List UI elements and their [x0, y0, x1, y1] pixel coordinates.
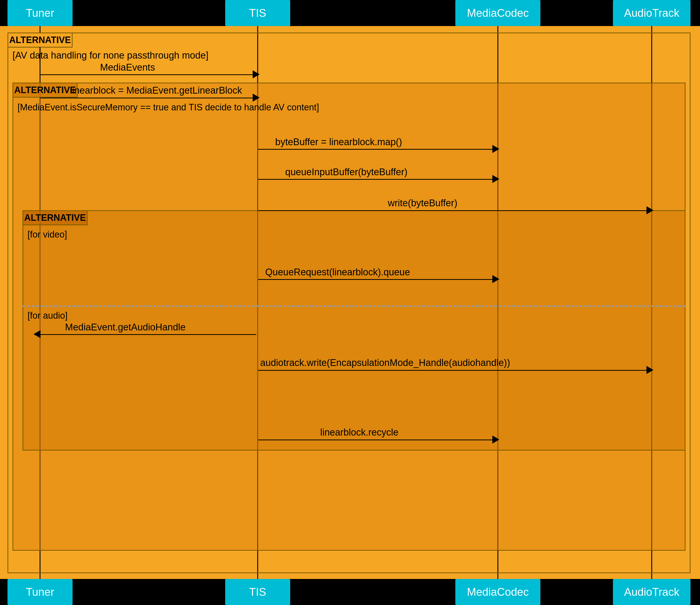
actor-audiotrack-bottom: AudioTrack — [613, 579, 691, 605]
label-recycle: linearblock.recycle — [320, 427, 399, 438]
alt2-label: ALTERNATIVE — [14, 85, 76, 95]
bottom-bar — [0, 579, 700, 605]
arrow-queue-req-head — [492, 275, 499, 283]
alt3-condition-video: [for video] — [27, 229, 67, 240]
arrow-write-head — [647, 206, 653, 214]
actor-tuner-top: Tuner — [7, 0, 73, 26]
alt2-condition: [MediaEvent.isSecureMemory == true and T… — [18, 102, 319, 113]
actor-tuner-bottom: Tuner — [7, 579, 73, 605]
alt3-label-box: ALTERNATIVE — [23, 210, 88, 225]
arrow-audiotrack-write-head — [647, 366, 653, 374]
label-linearblock: linearblock = MediaEvent.getLinearBlock — [70, 85, 242, 96]
diagram-area: Tuner TIS MediaCodec AudioTrack Tuner TI… — [0, 0, 700, 605]
arrow-media-events-line — [41, 74, 256, 75]
alt3-label: ALTERNATIVE — [24, 213, 86, 223]
actor-audiotrack-top: AudioTrack — [613, 0, 691, 26]
alt3-condition-audio: [for audio] — [27, 310, 68, 321]
top-bar — [0, 0, 700, 26]
actor-tis-top: TIS — [225, 0, 290, 26]
actor-tis-bottom: TIS — [225, 579, 290, 605]
actor-mediacodec-bottom: MediaCodec — [455, 579, 541, 605]
arrow-linearblock-head — [253, 94, 260, 102]
arrow-recycle-line — [258, 439, 496, 440]
alt1-condition: [AV data handling for none passthrough m… — [12, 50, 208, 61]
arrow-audiotrack-write-line — [258, 370, 650, 371]
label-bytebuffer: byteBuffer = linearblock.map() — [275, 137, 402, 147]
arrow-queue-req-line — [258, 279, 496, 280]
label-audio-handle: MediaEvent.getAudioHandle — [65, 322, 185, 333]
alt1-label: ALTERNATIVE — [9, 35, 71, 45]
arrow-linearblock-line — [41, 98, 256, 98]
label-media-events: MediaEvents — [100, 62, 155, 73]
arrow-audio-handle-head — [33, 330, 41, 338]
arrow-bytebuffer-head — [492, 145, 499, 153]
alt1-label-box: ALTERNATIVE — [7, 32, 73, 48]
arrow-audio-handle-line — [41, 334, 256, 335]
alt2-label-box: ALTERNATIVE — [12, 82, 78, 98]
arrow-queue-input-line — [258, 179, 496, 180]
arrow-write-line — [258, 210, 650, 211]
arrow-recycle-head — [492, 436, 499, 443]
arrow-bytebuffer-line — [258, 149, 496, 150]
arrow-queue-input-head — [492, 175, 499, 183]
label-queue-input: queueInputBuffer(byteBuffer) — [285, 167, 407, 177]
label-audiotrack-write: audiotrack.write(EncapsulationMode_Handl… — [260, 358, 510, 368]
alt1-tick — [40, 47, 40, 62]
dashed-separator — [23, 306, 685, 307]
label-queue-req: QueueRequest(linearblock).queue — [265, 267, 410, 277]
label-write: write(byteBuffer) — [388, 198, 457, 209]
arrow-media-events-head — [253, 70, 260, 78]
actor-mediacodec-top: MediaCodec — [455, 0, 541, 26]
